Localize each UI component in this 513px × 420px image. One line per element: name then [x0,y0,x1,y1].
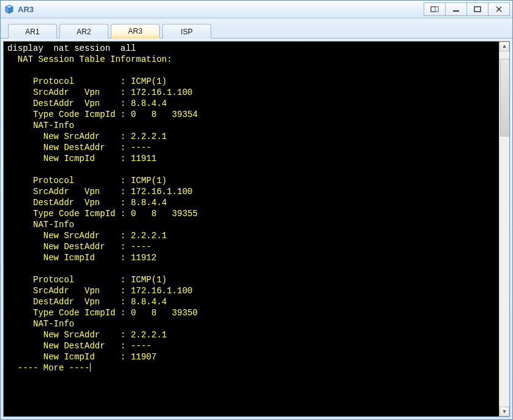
minimize-button[interactable] [446,2,467,16]
app-window: AR3 AR1 AR2 AR3 ISP display nat session … [0,0,513,420]
close-button[interactable] [489,2,510,16]
svg-rect-3 [431,7,438,12]
vertical-scrollbar[interactable] [499,42,509,416]
tab-label: AR3 [128,27,142,36]
terminal-area: display nat session all NAT Session Tabl… [3,41,510,417]
svg-marker-9 [503,45,506,48]
tab-label: ISP [181,28,192,36]
tab-isp[interactable]: ISP [162,24,211,39]
title-bar: AR3 [1,1,512,18]
tab-ar3[interactable]: AR3 [111,24,160,39]
window-controls [424,2,510,16]
scroll-track[interactable] [500,51,509,407]
window-title: AR3 [18,5,34,14]
scroll-up-arrow-icon[interactable] [500,42,509,51]
svg-rect-4 [431,7,435,12]
svg-rect-6 [474,7,481,12]
window-options-button[interactable] [424,2,446,16]
tab-label: AR1 [25,28,39,36]
tab-ar2[interactable]: AR2 [59,24,108,39]
terminal-output[interactable]: display nat session all NAT Session Tabl… [4,42,500,416]
tab-strip: AR1 AR2 AR3 ISP [1,18,512,39]
svg-rect-5 [453,10,459,12]
cube-icon [4,4,14,14]
svg-marker-10 [503,410,506,413]
tab-label: AR2 [77,28,91,36]
tab-ar1[interactable]: AR1 [8,24,57,39]
maximize-button[interactable] [467,2,489,16]
scroll-down-arrow-icon[interactable] [500,407,509,416]
scroll-thumb[interactable] [500,59,510,137]
